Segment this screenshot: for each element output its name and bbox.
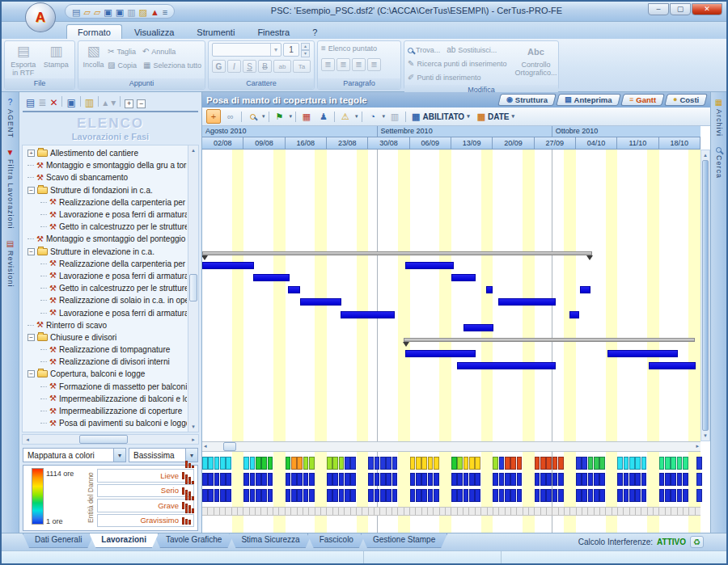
sidebar-item-revisioni[interactable]: ▤Revisioni [6, 238, 15, 290]
bottom-tab-lavorazioni[interactable]: Lavorazioni [89, 533, 159, 548]
task-bar[interactable] [569, 311, 579, 318]
tree-task-row[interactable]: ⚒Impermeabilizzazione di balconi e logge [26, 393, 187, 405]
strikethrough-button[interactable]: B [258, 60, 272, 73]
insert-points-button[interactable]: ✐Punti di inserimento [408, 72, 506, 83]
font-size-input[interactable]: 1 [283, 43, 299, 57]
scrollbar-thumb[interactable] [702, 160, 709, 431]
cut-button[interactable]: ✂Taglia [108, 46, 136, 57]
task-bar[interactable] [498, 298, 556, 306]
view-button-gantt[interactable]: ≡Gantt [620, 94, 665, 106]
tree-task-row[interactable]: ⚒Realizzazione di tompagnature [26, 344, 187, 356]
align-center-button[interactable]: ≣ [336, 58, 350, 71]
dropdown-icon[interactable]: ▾ [290, 113, 293, 120]
tree-task-row[interactable]: ⚒Formazione di massetto per balconi e lo… [26, 381, 187, 393]
task-bar[interactable] [649, 362, 696, 369]
dropdown-icon[interactable]: ▾ [262, 113, 265, 120]
sidebar-item-cerca[interactable]: Cerca [714, 145, 724, 181]
toolbar-indent-button[interactable]: ≣ [38, 95, 46, 109]
task-bar[interactable] [405, 262, 454, 269]
close-button[interactable]: ✕ [692, 3, 722, 15]
pan-tool-button[interactable]: + [206, 109, 221, 124]
scroll-left-icon[interactable]: ◂ [204, 443, 207, 449]
tree-task-row[interactable]: ⚒Rinterro di scavo [26, 319, 187, 331]
tree-folder-row[interactable]: −Chiusure e divisori [26, 331, 187, 344]
scroll-up-icon[interactable]: ▴ [701, 150, 709, 160]
font-family-select[interactable]: ▾ [212, 43, 281, 57]
scroll-down-icon[interactable]: ▾ [188, 422, 198, 432]
view-button-costi[interactable]: ●Costi [664, 94, 708, 106]
copy-button[interactable]: ▨Copia [108, 60, 137, 71]
scrollbar-thumb[interactable] [189, 274, 197, 301]
summary-bar[interactable] [202, 251, 592, 255]
tree-expander[interactable]: − [28, 248, 35, 255]
qat-print-preview-button[interactable]: ▥ [127, 4, 135, 19]
tree-expander[interactable]: − [28, 187, 35, 194]
task-bar[interactable] [405, 350, 475, 357]
ribbon-tab-formato[interactable]: Formato [66, 24, 122, 39]
bottom-tab-tavole-grafiche[interactable]: Tavole Grafiche [154, 533, 234, 548]
person-date-button[interactable]: ◔ [366, 109, 380, 124]
flag-marker-button[interactable]: ⚑ [273, 109, 287, 124]
tree-expander[interactable]: + [28, 150, 35, 157]
qat-new-document-button[interactable]: ▤ [72, 4, 80, 19]
find-button[interactable]: Trova... [408, 44, 440, 56]
tree-task-row[interactable]: ⚒Scavo di sbancamento [26, 171, 187, 183]
tree-expander[interactable]: − [28, 334, 35, 341]
gantt-vertical-scrollbar[interactable]: ▴ ▾ [700, 150, 710, 441]
toolbar-move-up-button[interactable]: ▴ [103, 95, 108, 109]
view-button-struttura[interactable]: ◉Struttura [497, 94, 557, 106]
tree-task-row[interactable]: ⚒Lavorazione e posa ferri di armatura pe… [26, 306, 187, 318]
scroll-up-icon[interactable]: ▴ [188, 145, 198, 155]
damage-level-button-serio[interactable]: Serio [97, 484, 194, 498]
abilitato-dropdown[interactable]: ▦ABILITATO▾ [409, 112, 472, 121]
toolbar-export-save-button[interactable]: ▥ [85, 95, 94, 109]
search-insert-points-button[interactable]: ✎Ricerca punti di inserimento [408, 58, 506, 70]
tree-horizontal-scrollbar[interactable]: ◂ ▸ [22, 434, 199, 445]
bold-button[interactable]: G [212, 60, 226, 73]
tree-vertical-scrollbar[interactable]: ▴ ▾ [188, 145, 198, 432]
qat-acca-button[interactable]: ▲ [150, 4, 159, 19]
link-button[interactable]: ∞ [223, 109, 238, 124]
task-bar[interactable] [580, 286, 591, 293]
qat-copy-button[interactable]: ▨ [139, 4, 147, 19]
tree-task-row[interactable]: ⚒Getto in calcestruzzo per le strutture … [26, 282, 187, 294]
damage-level-button-grave[interactable]: Grave [97, 499, 194, 512]
export-rtf-button[interactable]: ▤ Esporta in RTF [8, 43, 39, 77]
sidebar-item-agent[interactable]: ?AGENT [6, 96, 15, 141]
toolbar-add-phase-button[interactable]: ▤ [26, 95, 35, 109]
tree-folder-row[interactable]: +Allestimento del cantiere [26, 147, 187, 159]
summary-bar[interactable] [404, 338, 695, 342]
date-dropdown[interactable]: ▦DATE▾ [475, 112, 517, 121]
tree-folder-row[interactable]: −Strutture di fondazioni in c.a. [26, 184, 187, 196]
qat-save-button[interactable]: ▣ [104, 4, 112, 19]
align-justify-button[interactable]: ≣ [367, 58, 381, 71]
font-size-stepper[interactable]: ▴▾ [301, 43, 310, 57]
tree-task-row[interactable]: ⚒Lavorazione e posa ferri di armatura pe… [26, 209, 187, 221]
tree-expander[interactable]: − [28, 370, 35, 377]
maximize-button[interactable]: ▢ [670, 3, 691, 15]
zoom-button[interactable] [245, 109, 260, 124]
italic-button[interactable]: I [227, 60, 241, 73]
replace-button[interactable]: abSostituisci... [447, 44, 497, 56]
scroll-right-icon[interactable]: ▸ [696, 443, 699, 449]
toolbar-delete-button[interactable]: ✕ [49, 95, 57, 109]
tree-task-row[interactable]: ⚒Realizzazione di solaio in c.a. in oper… [26, 294, 187, 306]
tree-task-row[interactable]: ⚒Lavorazione e posa ferri di armatura pe… [26, 270, 187, 282]
print-button[interactable]: ▥ Stampa [41, 43, 72, 69]
bottom-tab-fascicolo[interactable]: Fascicolo [307, 533, 366, 548]
tree-task-row[interactable]: ⚒Getto in calcestruzzo per le strutture … [26, 221, 187, 233]
tree-task-row[interactable]: ⚒Realizzazione di divisori interni [26, 356, 187, 368]
app-orb-button[interactable]: A [25, 2, 56, 32]
tree-folder-row[interactable]: −Strutture in elevazione in c.a. [26, 246, 187, 258]
scrollbar-thumb[interactable] [223, 442, 236, 451]
tree-task-row[interactable]: ⚒Impermeabilizzazione di coperture [26, 405, 187, 417]
tree-task-row[interactable]: ⚒Realizzazione della carpenteria per le … [26, 196, 187, 209]
align-left-button[interactable]: ≣ [321, 58, 335, 71]
toolbar-move-down-button[interactable]: ▾ [111, 95, 116, 109]
highlight-button[interactable]: ab [273, 60, 291, 73]
select-all-button[interactable]: ▦Seleziona tutto [143, 60, 201, 71]
scrollbar-thumb[interactable] [79, 435, 128, 444]
task-bar[interactable] [253, 274, 290, 281]
add-person-button[interactable]: ♟ [316, 109, 331, 124]
qat-open-folder-button[interactable]: ▱ [83, 4, 90, 19]
